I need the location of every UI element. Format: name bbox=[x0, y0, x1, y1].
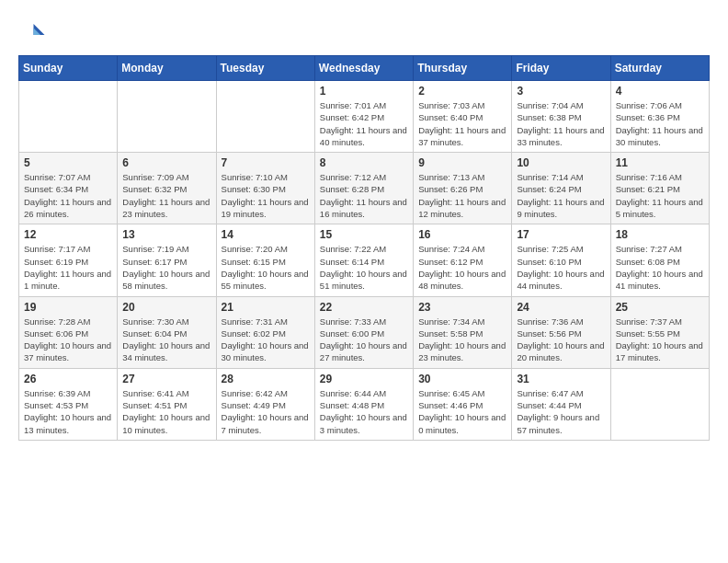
day-info: Sunrise: 6:42 AM Sunset: 4:49 PM Dayligh… bbox=[222, 387, 310, 436]
day-info: Sunrise: 7:34 AM Sunset: 5:58 PM Dayligh… bbox=[418, 316, 506, 364]
day-info: Sunrise: 7:04 AM Sunset: 6:38 PM Dayligh… bbox=[517, 99, 605, 148]
day-info: Sunrise: 7:07 AM Sunset: 6:34 PM Dayligh… bbox=[24, 171, 112, 220]
day-number: 21 bbox=[222, 301, 310, 314]
day-info: Sunrise: 7:13 AM Sunset: 6:26 PM Dayligh… bbox=[418, 171, 506, 220]
weekday-header-thursday: Thursday bbox=[414, 56, 512, 81]
day-info: Sunrise: 7:01 AM Sunset: 6:42 PM Dayligh… bbox=[320, 99, 408, 148]
calendar-cell: 5Sunrise: 7:07 AM Sunset: 6:34 PM Daylig… bbox=[19, 153, 118, 224]
weekday-header-monday: Monday bbox=[118, 56, 216, 81]
day-info: Sunrise: 6:39 AM Sunset: 4:53 PM Dayligh… bbox=[24, 387, 112, 436]
day-info: Sunrise: 7:14 AM Sunset: 6:24 PM Dayligh… bbox=[517, 171, 605, 220]
calendar-week-1: 1Sunrise: 7:01 AM Sunset: 6:42 PM Daylig… bbox=[19, 81, 710, 153]
day-number: 28 bbox=[222, 373, 310, 385]
logo bbox=[18, 18, 50, 46]
calendar-cell: 12Sunrise: 7:17 AM Sunset: 6:19 PM Dayli… bbox=[19, 224, 118, 296]
day-info: Sunrise: 7:24 AM Sunset: 6:12 PM Dayligh… bbox=[418, 243, 506, 292]
weekday-header-tuesday: Tuesday bbox=[216, 56, 314, 81]
day-number: 15 bbox=[320, 228, 408, 241]
calendar-cell bbox=[19, 81, 118, 153]
logo-icon bbox=[18, 18, 46, 46]
calendar-cell: 25Sunrise: 7:37 AM Sunset: 5:55 PM Dayli… bbox=[610, 296, 709, 368]
day-number: 12 bbox=[24, 228, 112, 241]
calendar-cell: 2Sunrise: 7:03 AM Sunset: 6:40 PM Daylig… bbox=[414, 81, 512, 153]
day-info: Sunrise: 7:36 AM Sunset: 5:56 PM Dayligh… bbox=[517, 316, 605, 364]
weekday-header-sunday: Sunday bbox=[19, 56, 118, 81]
day-number: 27 bbox=[122, 373, 210, 385]
day-info: Sunrise: 7:28 AM Sunset: 6:06 PM Dayligh… bbox=[24, 316, 112, 364]
day-info: Sunrise: 7:03 AM Sunset: 6:40 PM Dayligh… bbox=[418, 99, 506, 148]
calendar-week-4: 19Sunrise: 7:28 AM Sunset: 6:06 PM Dayli… bbox=[19, 296, 710, 368]
page-header bbox=[18, 18, 710, 46]
calendar-cell bbox=[216, 81, 314, 153]
calendar-cell: 13Sunrise: 7:19 AM Sunset: 6:17 PM Dayli… bbox=[118, 224, 216, 296]
day-info: Sunrise: 7:37 AM Sunset: 5:55 PM Dayligh… bbox=[616, 316, 704, 364]
calendar-cell: 20Sunrise: 7:30 AM Sunset: 6:04 PM Dayli… bbox=[118, 296, 216, 368]
calendar-cell: 14Sunrise: 7:20 AM Sunset: 6:15 PM Dayli… bbox=[216, 224, 314, 296]
calendar-cell: 1Sunrise: 7:01 AM Sunset: 6:42 PM Daylig… bbox=[314, 81, 413, 153]
day-number: 19 bbox=[24, 301, 112, 314]
day-number: 7 bbox=[222, 156, 310, 169]
day-info: Sunrise: 7:10 AM Sunset: 6:30 PM Dayligh… bbox=[222, 171, 310, 220]
calendar-cell: 29Sunrise: 6:44 AM Sunset: 4:48 PM Dayli… bbox=[314, 368, 413, 440]
calendar-cell: 27Sunrise: 6:41 AM Sunset: 4:51 PM Dayli… bbox=[118, 368, 216, 440]
day-number: 14 bbox=[222, 228, 310, 241]
day-info: Sunrise: 6:47 AM Sunset: 4:44 PM Dayligh… bbox=[517, 387, 605, 436]
day-number: 24 bbox=[517, 301, 605, 314]
day-info: Sunrise: 7:19 AM Sunset: 6:17 PM Dayligh… bbox=[122, 243, 210, 292]
calendar-cell: 30Sunrise: 6:45 AM Sunset: 4:46 PM Dayli… bbox=[414, 368, 512, 440]
calendar-cell: 11Sunrise: 7:16 AM Sunset: 6:21 PM Dayli… bbox=[610, 153, 709, 224]
day-number: 11 bbox=[616, 156, 704, 169]
calendar-cell: 10Sunrise: 7:14 AM Sunset: 6:24 PM Dayli… bbox=[512, 153, 610, 224]
day-number: 18 bbox=[616, 228, 704, 241]
day-info: Sunrise: 7:27 AM Sunset: 6:08 PM Dayligh… bbox=[616, 243, 704, 292]
day-number: 13 bbox=[122, 228, 210, 241]
day-number: 29 bbox=[320, 373, 408, 385]
calendar-cell bbox=[118, 81, 216, 153]
calendar-cell: 17Sunrise: 7:25 AM Sunset: 6:10 PM Dayli… bbox=[512, 224, 610, 296]
calendar-cell: 16Sunrise: 7:24 AM Sunset: 6:12 PM Dayli… bbox=[414, 224, 512, 296]
calendar: SundayMondayTuesdayWednesdayThursdayFrid… bbox=[18, 55, 710, 441]
day-number: 1 bbox=[320, 85, 408, 98]
day-number: 10 bbox=[517, 156, 605, 169]
calendar-cell: 18Sunrise: 7:27 AM Sunset: 6:08 PM Dayli… bbox=[610, 224, 709, 296]
weekday-row: SundayMondayTuesdayWednesdayThursdayFrid… bbox=[19, 56, 710, 81]
day-info: Sunrise: 6:45 AM Sunset: 4:46 PM Dayligh… bbox=[418, 387, 506, 436]
day-info: Sunrise: 7:12 AM Sunset: 6:28 PM Dayligh… bbox=[320, 171, 408, 220]
day-number: 31 bbox=[517, 373, 605, 385]
calendar-week-5: 26Sunrise: 6:39 AM Sunset: 4:53 PM Dayli… bbox=[19, 368, 710, 440]
weekday-header-saturday: Saturday bbox=[610, 56, 709, 81]
calendar-cell: 31Sunrise: 6:47 AM Sunset: 4:44 PM Dayli… bbox=[512, 368, 610, 440]
calendar-cell: 23Sunrise: 7:34 AM Sunset: 5:58 PM Dayli… bbox=[414, 296, 512, 368]
day-info: Sunrise: 6:44 AM Sunset: 4:48 PM Dayligh… bbox=[320, 387, 408, 436]
weekday-header-wednesday: Wednesday bbox=[314, 56, 413, 81]
calendar-cell: 8Sunrise: 7:12 AM Sunset: 6:28 PM Daylig… bbox=[314, 153, 413, 224]
day-number: 23 bbox=[418, 301, 506, 314]
day-info: Sunrise: 7:33 AM Sunset: 6:00 PM Dayligh… bbox=[320, 316, 408, 364]
day-number: 8 bbox=[320, 156, 408, 169]
calendar-body: 1Sunrise: 7:01 AM Sunset: 6:42 PM Daylig… bbox=[19, 81, 710, 441]
calendar-cell: 4Sunrise: 7:06 AM Sunset: 6:36 PM Daylig… bbox=[610, 81, 709, 153]
calendar-cell: 26Sunrise: 6:39 AM Sunset: 4:53 PM Dayli… bbox=[19, 368, 118, 440]
day-number: 2 bbox=[418, 85, 506, 98]
day-info: Sunrise: 7:09 AM Sunset: 6:32 PM Dayligh… bbox=[122, 171, 210, 220]
day-number: 26 bbox=[24, 373, 112, 385]
day-number: 30 bbox=[418, 373, 506, 385]
calendar-cell: 19Sunrise: 7:28 AM Sunset: 6:06 PM Dayli… bbox=[19, 296, 118, 368]
calendar-cell: 22Sunrise: 7:33 AM Sunset: 6:00 PM Dayli… bbox=[314, 296, 413, 368]
calendar-cell: 15Sunrise: 7:22 AM Sunset: 6:14 PM Dayli… bbox=[314, 224, 413, 296]
day-number: 6 bbox=[122, 156, 210, 169]
day-info: Sunrise: 7:31 AM Sunset: 6:02 PM Dayligh… bbox=[222, 316, 310, 364]
day-number: 4 bbox=[616, 85, 704, 98]
calendar-cell: 9Sunrise: 7:13 AM Sunset: 6:26 PM Daylig… bbox=[414, 153, 512, 224]
day-info: Sunrise: 7:22 AM Sunset: 6:14 PM Dayligh… bbox=[320, 243, 408, 292]
calendar-header: SundayMondayTuesdayWednesdayThursdayFrid… bbox=[19, 56, 710, 81]
day-info: Sunrise: 7:25 AM Sunset: 6:10 PM Dayligh… bbox=[517, 243, 605, 292]
day-info: Sunrise: 6:41 AM Sunset: 4:51 PM Dayligh… bbox=[122, 387, 210, 436]
weekday-header-friday: Friday bbox=[512, 56, 610, 81]
day-info: Sunrise: 7:17 AM Sunset: 6:19 PM Dayligh… bbox=[24, 243, 112, 292]
day-number: 9 bbox=[418, 156, 506, 169]
day-number: 17 bbox=[517, 228, 605, 241]
calendar-week-2: 5Sunrise: 7:07 AM Sunset: 6:34 PM Daylig… bbox=[19, 153, 710, 224]
calendar-cell: 7Sunrise: 7:10 AM Sunset: 6:30 PM Daylig… bbox=[216, 153, 314, 224]
day-number: 16 bbox=[418, 228, 506, 241]
